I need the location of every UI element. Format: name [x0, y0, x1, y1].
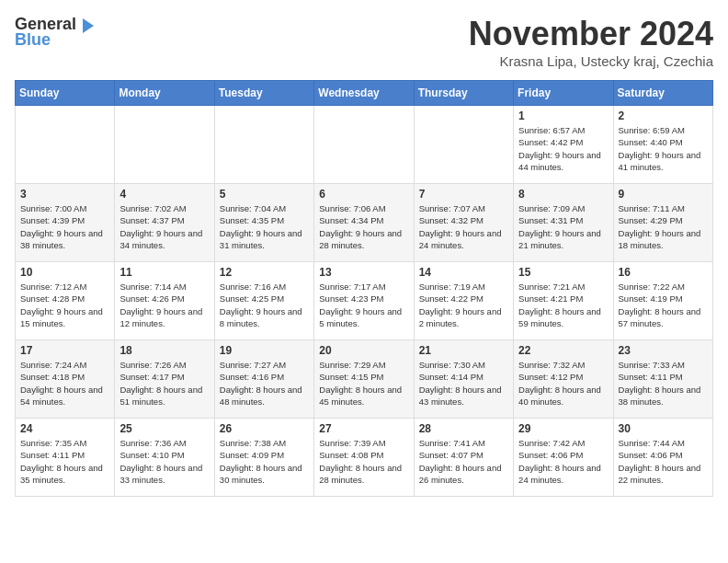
day-number: 21: [419, 344, 508, 357]
calendar-week-5: 24Sunrise: 7:35 AM Sunset: 4:11 PM Dayli…: [16, 419, 713, 497]
day-info: Sunrise: 7:38 AM Sunset: 4:09 PM Dayligh…: [220, 437, 309, 486]
day-info: Sunrise: 7:02 AM Sunset: 4:37 PM Dayligh…: [119, 202, 209, 251]
calendar-cell: 6Sunrise: 7:06 AM Sunset: 4:34 PM Daylig…: [314, 184, 414, 262]
calendar-cell: 10Sunrise: 7:12 AM Sunset: 4:28 PM Dayli…: [16, 262, 115, 340]
calendar-cell: 3Sunrise: 7:00 AM Sunset: 4:39 PM Daylig…: [16, 184, 115, 262]
svg-marker-0: [83, 18, 94, 33]
day-info: Sunrise: 7:11 AM Sunset: 4:29 PM Dayligh…: [619, 202, 708, 251]
calendar-cell: 19Sunrise: 7:27 AM Sunset: 4:16 PM Dayli…: [214, 340, 313, 419]
day-info: Sunrise: 7:33 AM Sunset: 4:11 PM Dayligh…: [619, 359, 708, 408]
calendar-cell: [414, 106, 513, 184]
day-info: Sunrise: 7:17 AM Sunset: 4:23 PM Dayligh…: [319, 281, 408, 329]
day-number: 8: [518, 188, 608, 201]
day-number: 17: [20, 344, 109, 357]
day-info: Sunrise: 7:42 AM Sunset: 4:06 PM Dayligh…: [518, 437, 608, 486]
day-info: Sunrise: 7:36 AM Sunset: 4:10 PM Dayligh…: [119, 437, 209, 486]
calendar-cell: 14Sunrise: 7:19 AM Sunset: 4:22 PM Dayli…: [414, 262, 513, 340]
day-number: 7: [419, 188, 508, 201]
calendar-cell: 30Sunrise: 7:44 AM Sunset: 4:06 PM Dayli…: [613, 419, 712, 497]
calendar-header-row: SundayMondayTuesdayWednesdayThursdayFrid…: [16, 81, 713, 106]
calendar-header-friday: Friday: [514, 81, 613, 106]
calendar-cell: 9Sunrise: 7:11 AM Sunset: 4:29 PM Daylig…: [613, 184, 712, 262]
title-section: November 2024 Krasna Lipa, Ustecky kraj,…: [469, 15, 713, 69]
day-number: 27: [319, 422, 408, 435]
page-header: General Blue November 2024 Krasna Lipa, …: [15, 15, 713, 69]
calendar-header-wednesday: Wednesday: [314, 81, 414, 106]
calendar-header-sunday: Sunday: [16, 81, 115, 106]
calendar-cell: 1Sunrise: 6:57 AM Sunset: 4:42 PM Daylig…: [514, 106, 613, 184]
calendar-cell: 24Sunrise: 7:35 AM Sunset: 4:11 PM Dayli…: [16, 419, 115, 497]
day-info: Sunrise: 6:59 AM Sunset: 4:40 PM Dayligh…: [619, 124, 708, 173]
day-info: Sunrise: 7:22 AM Sunset: 4:19 PM Dayligh…: [619, 281, 708, 329]
day-info: Sunrise: 7:19 AM Sunset: 4:22 PM Dayligh…: [419, 281, 508, 329]
logo-triangle-icon: [77, 17, 94, 33]
calendar-cell: 5Sunrise: 7:04 AM Sunset: 4:35 PM Daylig…: [214, 184, 313, 262]
day-info: Sunrise: 7:44 AM Sunset: 4:06 PM Dayligh…: [619, 437, 708, 486]
calendar-week-1: 1Sunrise: 6:57 AM Sunset: 4:42 PM Daylig…: [16, 106, 713, 184]
calendar-cell: 17Sunrise: 7:24 AM Sunset: 4:18 PM Dayli…: [16, 340, 115, 419]
calendar-cell: 25Sunrise: 7:36 AM Sunset: 4:10 PM Dayli…: [115, 419, 214, 497]
day-info: Sunrise: 7:06 AM Sunset: 4:34 PM Dayligh…: [319, 202, 408, 251]
day-info: Sunrise: 7:27 AM Sunset: 4:16 PM Dayligh…: [220, 359, 309, 408]
day-info: Sunrise: 7:21 AM Sunset: 4:21 PM Dayligh…: [518, 281, 608, 329]
calendar-cell: [16, 106, 115, 184]
calendar-cell: 13Sunrise: 7:17 AM Sunset: 4:23 PM Dayli…: [314, 262, 414, 340]
location-text: Krasna Lipa, Ustecky kraj, Czechia: [469, 53, 713, 69]
calendar-cell: 11Sunrise: 7:14 AM Sunset: 4:26 PM Dayli…: [115, 262, 214, 340]
calendar-cell: [214, 106, 313, 184]
day-number: 20: [319, 344, 408, 357]
calendar-cell: 2Sunrise: 6:59 AM Sunset: 4:40 PM Daylig…: [613, 106, 712, 184]
calendar-table: SundayMondayTuesdayWednesdayThursdayFrid…: [15, 80, 713, 497]
calendar-cell: 21Sunrise: 7:30 AM Sunset: 4:14 PM Dayli…: [414, 340, 513, 419]
calendar-cell: 12Sunrise: 7:16 AM Sunset: 4:25 PM Dayli…: [214, 262, 313, 340]
day-number: 4: [119, 188, 209, 201]
calendar-cell: 27Sunrise: 7:39 AM Sunset: 4:08 PM Dayli…: [314, 419, 414, 497]
day-number: 24: [20, 422, 109, 435]
logo: General Blue: [15, 15, 94, 50]
day-info: Sunrise: 7:04 AM Sunset: 4:35 PM Dayligh…: [220, 202, 309, 251]
day-info: Sunrise: 7:07 AM Sunset: 4:32 PM Dayligh…: [419, 202, 508, 251]
day-info: Sunrise: 7:30 AM Sunset: 4:14 PM Dayligh…: [419, 359, 508, 408]
day-number: 23: [619, 344, 708, 357]
day-info: Sunrise: 6:57 AM Sunset: 4:42 PM Dayligh…: [518, 124, 608, 173]
day-number: 11: [119, 266, 209, 279]
day-info: Sunrise: 7:32 AM Sunset: 4:12 PM Dayligh…: [518, 359, 608, 408]
calendar-cell: 26Sunrise: 7:38 AM Sunset: 4:09 PM Dayli…: [214, 419, 313, 497]
day-number: 16: [619, 266, 708, 279]
day-info: Sunrise: 7:12 AM Sunset: 4:28 PM Dayligh…: [20, 281, 109, 329]
calendar-week-3: 10Sunrise: 7:12 AM Sunset: 4:28 PM Dayli…: [16, 262, 713, 340]
calendar-cell: 23Sunrise: 7:33 AM Sunset: 4:11 PM Dayli…: [613, 340, 712, 419]
day-info: Sunrise: 7:39 AM Sunset: 4:08 PM Dayligh…: [319, 437, 408, 486]
day-number: 25: [119, 422, 209, 435]
calendar-header-monday: Monday: [115, 81, 214, 106]
day-number: 9: [619, 188, 708, 201]
day-info: Sunrise: 7:24 AM Sunset: 4:18 PM Dayligh…: [20, 359, 109, 408]
day-number: 26: [220, 422, 309, 435]
day-number: 18: [119, 344, 209, 357]
day-info: Sunrise: 7:16 AM Sunset: 4:25 PM Dayligh…: [220, 281, 309, 329]
day-info: Sunrise: 7:00 AM Sunset: 4:39 PM Dayligh…: [20, 202, 109, 251]
day-number: 3: [20, 188, 109, 201]
calendar-cell: 7Sunrise: 7:07 AM Sunset: 4:32 PM Daylig…: [414, 184, 513, 262]
day-number: 10: [20, 266, 109, 279]
day-number: 13: [319, 266, 408, 279]
day-number: 15: [518, 266, 608, 279]
day-info: Sunrise: 7:35 AM Sunset: 4:11 PM Dayligh…: [20, 437, 109, 486]
calendar-cell: 15Sunrise: 7:21 AM Sunset: 4:21 PM Dayli…: [514, 262, 613, 340]
calendar-header-tuesday: Tuesday: [214, 81, 313, 106]
day-number: 29: [518, 422, 608, 435]
calendar-header-thursday: Thursday: [414, 81, 513, 106]
day-number: 2: [619, 109, 708, 122]
calendar-cell: [314, 106, 414, 184]
calendar-cell: 4Sunrise: 7:02 AM Sunset: 4:37 PM Daylig…: [115, 184, 214, 262]
logo-blue-text: Blue: [15, 30, 51, 50]
day-info: Sunrise: 7:09 AM Sunset: 4:31 PM Dayligh…: [518, 202, 608, 251]
calendar-header-saturday: Saturday: [613, 81, 712, 106]
calendar-cell: 20Sunrise: 7:29 AM Sunset: 4:15 PM Dayli…: [314, 340, 414, 419]
calendar-week-4: 17Sunrise: 7:24 AM Sunset: 4:18 PM Dayli…: [16, 340, 713, 419]
calendar-cell: 28Sunrise: 7:41 AM Sunset: 4:07 PM Dayli…: [414, 419, 513, 497]
day-info: Sunrise: 7:14 AM Sunset: 4:26 PM Dayligh…: [119, 281, 209, 329]
day-number: 6: [319, 188, 408, 201]
calendar-cell: 29Sunrise: 7:42 AM Sunset: 4:06 PM Dayli…: [514, 419, 613, 497]
month-title: November 2024: [469, 15, 713, 53]
